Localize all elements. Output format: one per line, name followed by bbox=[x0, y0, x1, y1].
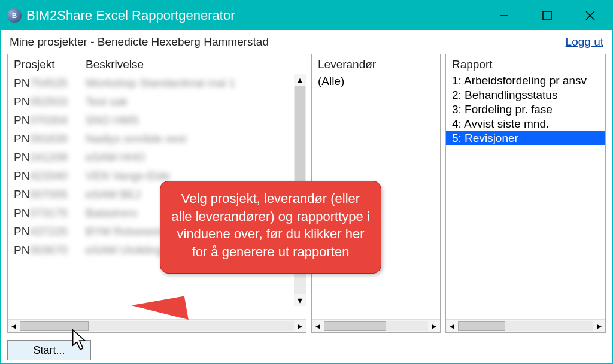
scroll-right-icon[interactable]: ▸ bbox=[593, 320, 605, 332]
svg-rect-1 bbox=[543, 11, 551, 20]
table-row[interactable]: PN754525Workshop Standardmal mal 1 bbox=[14, 74, 300, 92]
report-header: Rapport bbox=[452, 58, 493, 71]
table-row[interactable]: PN052503Test sak bbox=[14, 92, 300, 111]
start-button[interactable]: Start... bbox=[7, 340, 91, 360]
list-item[interactable]: 5: Revisjoner bbox=[446, 131, 605, 145]
supplier-hscrollbar[interactable]: ◂ ▸ bbox=[312, 319, 440, 332]
col-header-project: Prosjekt bbox=[14, 58, 86, 71]
list-item[interactable]: 4: Avvist siste mnd. bbox=[446, 117, 605, 131]
table-row[interactable]: PN070304SNO HMS bbox=[14, 111, 300, 129]
scroll-left-icon[interactable]: ◂ bbox=[446, 320, 458, 332]
subheader-text: Mine prosjekter - Benedicte Hexeberg Ham… bbox=[10, 35, 269, 48]
report-hscrollbar[interactable]: ◂ ▸ bbox=[446, 319, 605, 332]
minimize-button[interactable] bbox=[482, 1, 526, 30]
logout-link[interactable]: Logg ut bbox=[566, 35, 603, 48]
report-panel: Rapport 1: Arbeidsfordeling pr ansv2: Be… bbox=[445, 54, 606, 333]
supplier-header: Leverandør bbox=[318, 58, 376, 71]
subheader: Mine prosjekter - Benedicte Hexeberg Ham… bbox=[1, 30, 612, 54]
scroll-down-icon[interactable]: ▾ bbox=[294, 294, 306, 306]
col-header-description: Beskrivelse bbox=[86, 58, 300, 71]
list-item[interactable]: 1: Arbeidsfordeling pr ansv bbox=[446, 74, 605, 88]
list-item[interactable]: 2: Behandlingsstatus bbox=[446, 88, 605, 102]
list-item[interactable]: 3: Fordeling pr. fase bbox=[446, 102, 605, 117]
table-row[interactable]: PN091839Nadlys område vest bbox=[14, 129, 300, 148]
scroll-left-icon[interactable]: ◂ bbox=[8, 320, 20, 332]
maximize-button[interactable] bbox=[526, 1, 569, 30]
list-item[interactable]: (Alle) bbox=[312, 74, 440, 89]
app-window: B BIM2Share Excel Rapportgenerator Mine … bbox=[0, 0, 613, 364]
app-icon: B bbox=[7, 8, 22, 23]
app-title: BIM2Share Excel Rapportgenerator bbox=[26, 8, 235, 23]
table-row[interactable]: PN241208eSAM HHO bbox=[14, 148, 300, 166]
titlebar: B BIM2Share Excel Rapportgenerator bbox=[1, 1, 612, 30]
scroll-right-icon[interactable]: ▸ bbox=[294, 320, 306, 332]
scroll-right-icon[interactable]: ▸ bbox=[428, 320, 440, 332]
scroll-up-icon[interactable]: ▴ bbox=[294, 74, 306, 86]
scroll-left-icon[interactable]: ◂ bbox=[312, 320, 324, 332]
instruction-callout: Velg prosjekt, leverandør (eller alle le… bbox=[160, 181, 381, 274]
close-button[interactable] bbox=[569, 1, 612, 30]
